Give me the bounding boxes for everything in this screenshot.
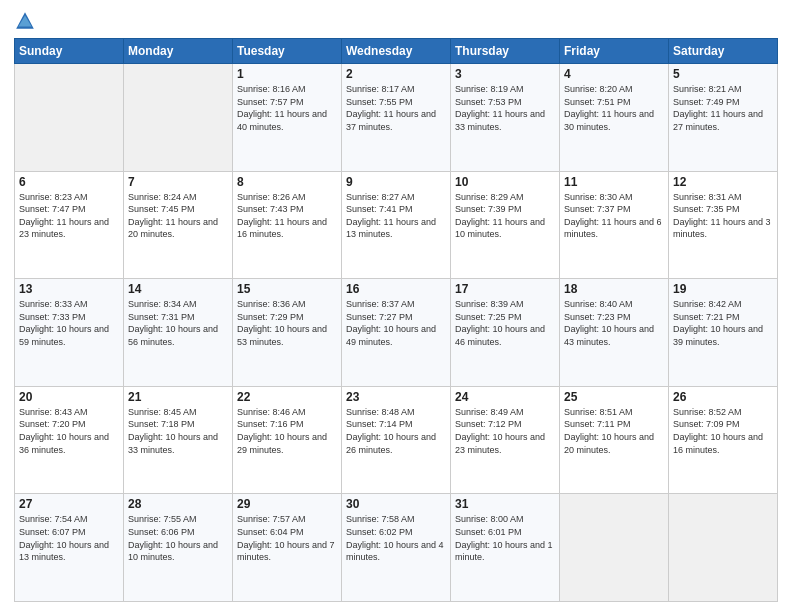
calendar-week-2: 6Sunrise: 8:23 AM Sunset: 7:47 PM Daylig…: [15, 171, 778, 279]
calendar-cell: 11Sunrise: 8:30 AM Sunset: 7:37 PM Dayli…: [560, 171, 669, 279]
day-number: 7: [128, 175, 228, 189]
day-number: 27: [19, 497, 119, 511]
calendar-cell: 1Sunrise: 8:16 AM Sunset: 7:57 PM Daylig…: [233, 64, 342, 172]
calendar-week-4: 20Sunrise: 8:43 AM Sunset: 7:20 PM Dayli…: [15, 386, 778, 494]
calendar-cell: 5Sunrise: 8:21 AM Sunset: 7:49 PM Daylig…: [669, 64, 778, 172]
day-info: Sunrise: 8:00 AM Sunset: 6:01 PM Dayligh…: [455, 513, 555, 563]
day-info: Sunrise: 8:52 AM Sunset: 7:09 PM Dayligh…: [673, 406, 773, 456]
day-info: Sunrise: 8:46 AM Sunset: 7:16 PM Dayligh…: [237, 406, 337, 456]
calendar-cell: 20Sunrise: 8:43 AM Sunset: 7:20 PM Dayli…: [15, 386, 124, 494]
calendar-cell: 29Sunrise: 7:57 AM Sunset: 6:04 PM Dayli…: [233, 494, 342, 602]
calendar-week-5: 27Sunrise: 7:54 AM Sunset: 6:07 PM Dayli…: [15, 494, 778, 602]
calendar-cell: 19Sunrise: 8:42 AM Sunset: 7:21 PM Dayli…: [669, 279, 778, 387]
calendar-cell: 6Sunrise: 8:23 AM Sunset: 7:47 PM Daylig…: [15, 171, 124, 279]
calendar-cell: 8Sunrise: 8:26 AM Sunset: 7:43 PM Daylig…: [233, 171, 342, 279]
day-info: Sunrise: 8:40 AM Sunset: 7:23 PM Dayligh…: [564, 298, 664, 348]
calendar-cell: [124, 64, 233, 172]
calendar-cell: 25Sunrise: 8:51 AM Sunset: 7:11 PM Dayli…: [560, 386, 669, 494]
day-info: Sunrise: 8:23 AM Sunset: 7:47 PM Dayligh…: [19, 191, 119, 241]
calendar-table: SundayMondayTuesdayWednesdayThursdayFrid…: [14, 38, 778, 602]
day-number: 8: [237, 175, 337, 189]
calendar-header-tuesday: Tuesday: [233, 39, 342, 64]
day-number: 9: [346, 175, 446, 189]
day-number: 15: [237, 282, 337, 296]
day-info: Sunrise: 8:42 AM Sunset: 7:21 PM Dayligh…: [673, 298, 773, 348]
day-number: 20: [19, 390, 119, 404]
calendar-cell: [15, 64, 124, 172]
day-info: Sunrise: 7:57 AM Sunset: 6:04 PM Dayligh…: [237, 513, 337, 563]
calendar-cell: 14Sunrise: 8:34 AM Sunset: 7:31 PM Dayli…: [124, 279, 233, 387]
header: [14, 10, 778, 32]
day-number: 30: [346, 497, 446, 511]
calendar-cell: 23Sunrise: 8:48 AM Sunset: 7:14 PM Dayli…: [342, 386, 451, 494]
calendar-cell: 13Sunrise: 8:33 AM Sunset: 7:33 PM Dayli…: [15, 279, 124, 387]
calendar-cell: 3Sunrise: 8:19 AM Sunset: 7:53 PM Daylig…: [451, 64, 560, 172]
day-info: Sunrise: 8:39 AM Sunset: 7:25 PM Dayligh…: [455, 298, 555, 348]
day-number: 5: [673, 67, 773, 81]
day-info: Sunrise: 8:21 AM Sunset: 7:49 PM Dayligh…: [673, 83, 773, 133]
calendar-cell: 17Sunrise: 8:39 AM Sunset: 7:25 PM Dayli…: [451, 279, 560, 387]
day-info: Sunrise: 8:36 AM Sunset: 7:29 PM Dayligh…: [237, 298, 337, 348]
day-info: Sunrise: 8:16 AM Sunset: 7:57 PM Dayligh…: [237, 83, 337, 133]
day-number: 22: [237, 390, 337, 404]
day-number: 13: [19, 282, 119, 296]
calendar-cell: 30Sunrise: 7:58 AM Sunset: 6:02 PM Dayli…: [342, 494, 451, 602]
day-number: 24: [455, 390, 555, 404]
calendar-header-row: SundayMondayTuesdayWednesdayThursdayFrid…: [15, 39, 778, 64]
day-number: 3: [455, 67, 555, 81]
day-number: 12: [673, 175, 773, 189]
day-info: Sunrise: 8:26 AM Sunset: 7:43 PM Dayligh…: [237, 191, 337, 241]
day-number: 17: [455, 282, 555, 296]
day-info: Sunrise: 8:20 AM Sunset: 7:51 PM Dayligh…: [564, 83, 664, 133]
calendar-cell: 4Sunrise: 8:20 AM Sunset: 7:51 PM Daylig…: [560, 64, 669, 172]
day-info: Sunrise: 8:24 AM Sunset: 7:45 PM Dayligh…: [128, 191, 228, 241]
day-number: 26: [673, 390, 773, 404]
day-info: Sunrise: 8:17 AM Sunset: 7:55 PM Dayligh…: [346, 83, 446, 133]
day-number: 10: [455, 175, 555, 189]
day-info: Sunrise: 8:37 AM Sunset: 7:27 PM Dayligh…: [346, 298, 446, 348]
day-info: Sunrise: 8:51 AM Sunset: 7:11 PM Dayligh…: [564, 406, 664, 456]
calendar-cell: 15Sunrise: 8:36 AM Sunset: 7:29 PM Dayli…: [233, 279, 342, 387]
day-number: 16: [346, 282, 446, 296]
calendar-header-wednesday: Wednesday: [342, 39, 451, 64]
day-number: 21: [128, 390, 228, 404]
day-info: Sunrise: 7:55 AM Sunset: 6:06 PM Dayligh…: [128, 513, 228, 563]
calendar-header-saturday: Saturday: [669, 39, 778, 64]
day-info: Sunrise: 8:31 AM Sunset: 7:35 PM Dayligh…: [673, 191, 773, 241]
day-number: 23: [346, 390, 446, 404]
calendar-cell: 31Sunrise: 8:00 AM Sunset: 6:01 PM Dayli…: [451, 494, 560, 602]
day-info: Sunrise: 8:19 AM Sunset: 7:53 PM Dayligh…: [455, 83, 555, 133]
day-number: 29: [237, 497, 337, 511]
day-number: 4: [564, 67, 664, 81]
day-info: Sunrise: 8:27 AM Sunset: 7:41 PM Dayligh…: [346, 191, 446, 241]
day-info: Sunrise: 7:54 AM Sunset: 6:07 PM Dayligh…: [19, 513, 119, 563]
calendar-header-friday: Friday: [560, 39, 669, 64]
day-info: Sunrise: 8:34 AM Sunset: 7:31 PM Dayligh…: [128, 298, 228, 348]
calendar-week-3: 13Sunrise: 8:33 AM Sunset: 7:33 PM Dayli…: [15, 279, 778, 387]
day-info: Sunrise: 8:29 AM Sunset: 7:39 PM Dayligh…: [455, 191, 555, 241]
day-info: Sunrise: 8:49 AM Sunset: 7:12 PM Dayligh…: [455, 406, 555, 456]
logo-icon: [14, 10, 36, 32]
day-number: 19: [673, 282, 773, 296]
day-number: 6: [19, 175, 119, 189]
calendar-header-thursday: Thursday: [451, 39, 560, 64]
day-info: Sunrise: 8:45 AM Sunset: 7:18 PM Dayligh…: [128, 406, 228, 456]
calendar-cell: [669, 494, 778, 602]
calendar-cell: 12Sunrise: 8:31 AM Sunset: 7:35 PM Dayli…: [669, 171, 778, 279]
calendar-header-monday: Monday: [124, 39, 233, 64]
calendar-cell: [560, 494, 669, 602]
calendar-cell: 24Sunrise: 8:49 AM Sunset: 7:12 PM Dayli…: [451, 386, 560, 494]
calendar-cell: 18Sunrise: 8:40 AM Sunset: 7:23 PM Dayli…: [560, 279, 669, 387]
day-number: 14: [128, 282, 228, 296]
calendar-cell: 10Sunrise: 8:29 AM Sunset: 7:39 PM Dayli…: [451, 171, 560, 279]
calendar-cell: 16Sunrise: 8:37 AM Sunset: 7:27 PM Dayli…: [342, 279, 451, 387]
calendar-cell: 2Sunrise: 8:17 AM Sunset: 7:55 PM Daylig…: [342, 64, 451, 172]
calendar-cell: 27Sunrise: 7:54 AM Sunset: 6:07 PM Dayli…: [15, 494, 124, 602]
day-number: 11: [564, 175, 664, 189]
day-number: 25: [564, 390, 664, 404]
calendar-header-sunday: Sunday: [15, 39, 124, 64]
day-number: 28: [128, 497, 228, 511]
day-number: 31: [455, 497, 555, 511]
calendar-cell: 28Sunrise: 7:55 AM Sunset: 6:06 PM Dayli…: [124, 494, 233, 602]
day-number: 1: [237, 67, 337, 81]
